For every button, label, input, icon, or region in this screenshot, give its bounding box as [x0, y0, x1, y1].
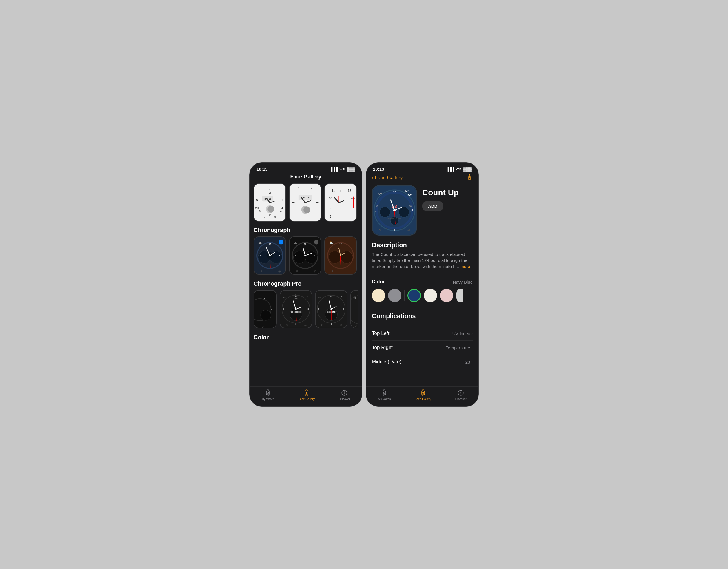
pro-face-partial[interactable]: 3 3 ⊙ [254, 290, 277, 328]
description-more-link[interactable]: more [460, 264, 470, 269]
screens-container: 10:13 ▐▐▐ wifi ▓▓▓ Face Gallery XI ▼ [249, 162, 479, 407]
status-icons-right: ▐▐▐ wifi ▓▓▓ [446, 167, 472, 171]
top-faces-row: XI ▼ X I FRI 23 VIII V 4 [254, 183, 358, 222]
svg-text:12: 12 [304, 243, 307, 246]
svg-text:⊙: ⊙ [355, 325, 357, 328]
svg-text:9: 9 [283, 308, 284, 310]
svg-text:72°: 72° [305, 296, 309, 298]
svg-text:9: 9 [376, 209, 377, 212]
tab-face-gallery-right[interactable]: Face Gallery [415, 389, 431, 401]
detail-content: UV 64° 72° 50 40 68 30 [366, 185, 478, 386]
watch-face-analog-3[interactable]: 11 12 10 FRI 9 8 | [324, 183, 357, 222]
description-text: The Count Up face can be used to track e… [372, 251, 473, 270]
svg-text:⛅: ⛅ [329, 241, 333, 245]
svg-text:9: 9 [318, 308, 319, 310]
pro-face-6s[interactable]: 72° 72° 6-SECOND 12 3 9 6 [315, 290, 347, 328]
svg-point-184 [422, 392, 424, 394]
svg-point-34 [304, 202, 306, 203]
watch-face-analog-1[interactable]: XI ▼ X I FRI 23 VIII V 4 [254, 183, 286, 222]
pro-face-30s[interactable]: 6 72° 72° 30-SECOND 500 12 [280, 290, 312, 328]
tab-my-watch-label-right: My Watch [378, 397, 391, 401]
chrono-face-3[interactable]: ⛅ 12 ⚙ [324, 237, 357, 275]
svg-text:72°: 72° [318, 297, 321, 299]
chevron-icon-2: › [471, 345, 473, 350]
color-swatches [372, 289, 473, 302]
svg-text:68: 68 [409, 205, 412, 207]
svg-text:☁: ☁ [258, 241, 262, 245]
chevron-icon-3: › [471, 359, 473, 364]
tab-my-watch-right[interactable]: My Watch [378, 389, 391, 401]
svg-marker-186 [460, 391, 461, 393]
svg-text:8: 8 [330, 215, 331, 218]
svg-text:⚙: ⚙ [296, 270, 298, 273]
complication-top-left[interactable]: Top Left UV Index › [372, 326, 473, 341]
color-swatch-pink[interactable] [440, 289, 453, 302]
color-section-label: Color [254, 334, 358, 341]
svg-point-50 [279, 240, 283, 244]
svg-text:3: 3 [343, 308, 344, 310]
color-section-row: Color Navy Blue [372, 279, 473, 285]
svg-point-94 [261, 310, 271, 320]
color-swatch-partial[interactable] [456, 289, 463, 302]
svg-text:72°: 72° [341, 296, 344, 298]
svg-text:6: 6 [331, 323, 332, 325]
watch-detail-row: UV 64° 72° 50 40 68 30 [372, 185, 473, 236]
svg-text:X: X [256, 199, 258, 201]
pro-face-partial2[interactable]: 72° 12 3 ⊙ [350, 290, 358, 328]
tab-face-gallery-left[interactable]: Face Gallery [298, 389, 315, 401]
svg-text:4: 4 [280, 210, 282, 213]
svg-point-88 [340, 255, 341, 257]
svg-point-145 [306, 392, 307, 394]
color-divider [404, 290, 405, 301]
back-button[interactable]: ‹ Face Gallery [372, 175, 403, 181]
complications-title: Complications [372, 312, 473, 320]
color-swatch-navy[interactable] [407, 289, 421, 302]
chrono-face-2[interactable]: ☁ 12 3 9 [289, 237, 321, 275]
complication-top-right[interactable]: Top Right Temperature › [372, 341, 473, 355]
tab-discover-right[interactable]: Discover [455, 389, 467, 401]
svg-text:VIII: VIII [255, 207, 259, 210]
svg-text:12: 12 [339, 243, 342, 246]
svg-point-180 [383, 392, 385, 394]
chrono-pro-row: 3 3 ⊙ 6 72° 72° [254, 290, 358, 328]
signal-icon-right: ▐▐▐ [446, 167, 454, 171]
svg-text:50: 50 [376, 205, 378, 207]
svg-text:◎: ◎ [304, 323, 307, 326]
share-button[interactable] [466, 174, 473, 182]
svg-text:FRI: FRI [351, 197, 355, 200]
svg-text:⚙: ⚙ [331, 270, 334, 273]
svg-point-82 [341, 251, 353, 264]
svg-text:12: 12 [348, 189, 351, 192]
complication-middle-date[interactable]: Middle (Date) 23 › [372, 355, 473, 369]
chronograph-pro-section: Chronograph Pro 3 3 ⊙ [254, 281, 358, 328]
tab-my-watch-left[interactable]: My Watch [261, 389, 274, 401]
complication-top-left-value: UV Index › [452, 331, 473, 336]
watch-face-analog-2[interactable]: FRI 23 [289, 183, 321, 222]
svg-text:▼: ▼ [269, 188, 271, 191]
chrono-face-1[interactable]: ☁ 12 3 9 [254, 237, 286, 275]
svg-text:UV: UV [378, 193, 382, 195]
battery-icon: ▓▓▓ [347, 167, 355, 171]
watch-tab-icon-left [264, 389, 272, 397]
color-swatch-cream[interactable] [372, 289, 385, 302]
svg-text:|: | [340, 190, 341, 192]
description-title: Description [372, 241, 473, 249]
svg-text:⊙: ⊙ [321, 323, 323, 326]
divider-2 [372, 308, 473, 308]
left-phone: 10:13 ▐▐▐ wifi ▓▓▓ Face Gallery XI ▼ [249, 162, 362, 407]
svg-text:11: 11 [332, 189, 335, 192]
color-swatch-gray[interactable] [388, 289, 401, 302]
chevron-left-icon: ‹ [372, 175, 374, 181]
right-tab-bar: My Watch Face Gallery Discover [366, 386, 478, 406]
svg-point-157 [399, 207, 409, 217]
svg-text:3: 3 [411, 209, 413, 212]
complication-top-right-value: Temperature › [446, 345, 473, 350]
tab-discover-left[interactable]: Discover [339, 389, 350, 401]
add-button[interactable]: ADD [422, 201, 443, 211]
divider-1 [372, 275, 473, 275]
color-swatch-white[interactable] [424, 289, 437, 302]
left-tab-bar: My Watch Face Gallery Discover [250, 386, 362, 406]
svg-text:◎: ◎ [314, 270, 316, 273]
status-icons-left: ▐▐▐ wifi ▓▓▓ [330, 167, 355, 171]
left-scroll-content[interactable]: XI ▼ X I FRI 23 VIII V 4 [250, 183, 362, 386]
